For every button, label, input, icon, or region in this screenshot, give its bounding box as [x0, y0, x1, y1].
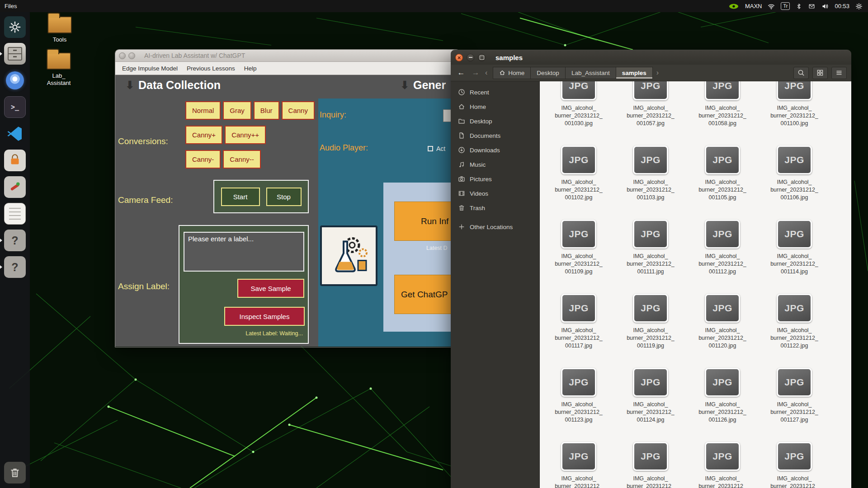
launcher-item-software[interactable] [4, 150, 26, 171]
file-item[interactable]: JPGIMG_alcohol_burner_20231212_001124.jp… [617, 368, 684, 424]
launcher-item-terminal[interactable] [4, 96, 26, 118]
wrench-icon [7, 179, 23, 195]
launcher-item-settings[interactable] [4, 16, 26, 38]
file-item[interactable]: JPGIMG_alcohol_burner_20231212_001105.jp… [689, 145, 756, 202]
run-inference-button[interactable]: Run Inf [394, 202, 460, 241]
file-item[interactable]: JPGIMG_alcohol_burner_20231212_001103.jp… [617, 145, 684, 202]
sidebar-item-home[interactable]: Home [451, 99, 539, 114]
sidebar-item-music[interactable]: Music [451, 157, 539, 172]
keyboard-layout-indicator[interactable]: Tr [781, 2, 790, 10]
sidebar-item-pictures[interactable]: Pictures [451, 172, 539, 186]
file-item[interactable]: JPGIMG_alcohol_burner_20231212_001126.jp… [689, 368, 756, 424]
canny-plus-button[interactable]: Canny+ [185, 126, 222, 144]
launcher-item-unknown-app-1[interactable] [4, 230, 26, 251]
launcher-item-text-editor[interactable] [4, 203, 26, 225]
launcher-item-drivers[interactable] [4, 176, 26, 198]
focused-app-name[interactable]: Files [5, 3, 17, 9]
canny-minus-minus-button[interactable]: Canny-- [223, 150, 260, 169]
file-item[interactable]: JPGIMG_alcohol_burner_20231212_001123.jp… [545, 368, 613, 424]
file-item[interactable]: JPGIMG_alcohol_burner_20231212_001030.jp… [545, 81, 613, 127]
path-scroll-left-icon[interactable] [484, 69, 488, 77]
file-name-label: IMG_alcohol_burner_20231212_001126.jpg [698, 401, 746, 424]
save-sample-button[interactable]: Save Sample [237, 279, 304, 298]
file-item[interactable]: JPGIMG_alcohol_burner_20231212_ [760, 442, 828, 488]
plus-icon [458, 223, 465, 230]
sidebar-item-downloads[interactable]: Downloads [451, 143, 539, 157]
nvidia-icon[interactable] [728, 3, 739, 9]
canny-button[interactable]: Canny [282, 101, 315, 120]
minimize-button[interactable] [128, 52, 135, 59]
inspect-samples-button[interactable]: Inspect Samples [224, 307, 305, 326]
path-samples-button[interactable]: samples [616, 67, 653, 79]
back-button[interactable] [455, 68, 467, 77]
file-item[interactable]: JPGIMG_alcohol_burner_20231212_ [689, 442, 756, 488]
menu-edge-impulse-model[interactable]: Edge Impulse Model [118, 63, 182, 74]
file-item[interactable]: JPGIMG_alcohol_burner_20231212_001114.jp… [760, 220, 828, 276]
session-gear-icon[interactable] [855, 3, 863, 10]
file-item[interactable]: JPGIMG_alcohol_burner_20231212_001120.jp… [689, 294, 756, 350]
start-button[interactable]: Start [221, 188, 260, 206]
file-item[interactable]: JPGIMG_alcohol_burner_20231212_001122.jp… [760, 294, 828, 350]
clock[interactable]: 00:53 [835, 3, 849, 9]
wifi-icon[interactable] [768, 3, 775, 10]
minimize-button[interactable] [467, 54, 474, 61]
blur-button[interactable]: Blur [254, 101, 279, 120]
activate-checkbox[interactable] [428, 146, 433, 151]
file-item[interactable]: JPGIMG_alcohol_burner_20231212_ [545, 442, 613, 488]
path-scroll-right-icon[interactable] [656, 69, 660, 77]
close-button[interactable] [455, 54, 463, 61]
path-home-button[interactable]: Home [493, 67, 530, 79]
normal-button[interactable]: Normal [185, 101, 221, 120]
jpg-thumbnail-icon: JPG [561, 145, 596, 174]
file-item[interactable]: JPGIMG_alcohol_burner_20231212_001057.jp… [617, 81, 684, 127]
sidebar-item-recent[interactable]: Recent [451, 85, 539, 99]
path-lab-assistant-button[interactable]: Lab_Assistant [565, 67, 616, 79]
file-item[interactable]: JPGIMG_alcohol_burner_20231212_001109.jp… [545, 220, 613, 276]
file-item[interactable]: JPGIMG_alcohol_burner_20231212_001119.jp… [617, 294, 684, 350]
label-entry-field[interactable]: Please enter a label... [184, 232, 304, 272]
desktop-icon-lab-assistant[interactable]: Lab_ Assistant [37, 48, 80, 87]
volume-icon[interactable] [821, 3, 829, 10]
canny-plus-plus-button[interactable]: Canny++ [225, 126, 266, 144]
files-titlebar[interactable]: samples [451, 50, 851, 65]
lab-titlebar[interactable]: AI-driven Lab Assistant w/ ChatGPT [115, 50, 460, 62]
file-name-label: IMG_alcohol_burner_20231212_001127.jpg [770, 401, 818, 424]
file-item[interactable]: JPGIMG_alcohol_burner_20231212_ [617, 442, 684, 488]
file-item[interactable]: JPGIMG_alcohol_burner_20231212_001112.jp… [689, 220, 756, 276]
file-item[interactable]: JPGIMG_alcohol_burner_20231212_001117.jp… [545, 294, 613, 350]
menu-help[interactable]: Help [240, 63, 261, 74]
launcher-item-unknown-app-2[interactable] [4, 256, 26, 278]
path-desktop-button[interactable]: Desktop [530, 67, 565, 79]
launcher-item-trash[interactable] [4, 462, 26, 483]
gray-button[interactable]: Gray [223, 101, 251, 120]
sidebar-item-videos[interactable]: Videos [451, 186, 539, 201]
menu-button[interactable] [831, 67, 847, 79]
files-content-area[interactable]: JPGIMG_alcohol_burner_20231212_001030.jp… [540, 81, 851, 488]
maximize-button[interactable] [478, 54, 486, 61]
sidebar-item-other-locations[interactable]: Other Locations [451, 220, 539, 234]
stop-button[interactable]: Stop [266, 188, 302, 206]
file-item[interactable]: JPGIMG_alcohol_burner_20231212_001100.jp… [760, 81, 828, 127]
desktop-icon-tools[interactable]: Tools [38, 12, 81, 43]
get-chatgpt-button[interactable]: Get ChatGP [394, 275, 460, 314]
mail-icon[interactable] [808, 3, 816, 9]
launcher-item-files[interactable] [4, 43, 26, 65]
sidebar-item-desktop[interactable]: Desktop [451, 114, 539, 128]
sidebar-item-documents[interactable]: Documents [451, 128, 539, 143]
jpg-thumbnail-icon: JPG [633, 220, 668, 249]
file-item[interactable]: JPGIMG_alcohol_burner_20231212_001127.jp… [760, 368, 828, 424]
file-item[interactable]: JPGIMG_alcohol_burner_20231212_001106.jp… [760, 145, 828, 202]
file-item[interactable]: JPGIMG_alcohol_burner_20231212_001111.jp… [617, 220, 684, 276]
launcher-item-vscode[interactable] [4, 123, 26, 145]
search-button[interactable] [793, 67, 809, 79]
forward-button[interactable] [470, 68, 481, 77]
file-item[interactable]: JPGIMG_alcohol_burner_20231212_001058.jp… [689, 81, 756, 127]
close-button[interactable] [119, 52, 126, 59]
view-toggle-button[interactable] [812, 67, 828, 79]
bluetooth-icon[interactable] [796, 3, 802, 10]
sidebar-item-trash[interactable]: Trash [451, 201, 539, 215]
file-item[interactable]: JPGIMG_alcohol_burner_20231212_001102.jp… [545, 145, 613, 202]
canny-minus-button[interactable]: Canny- [185, 150, 221, 169]
menu-previous-lessons[interactable]: Previous Lessons [183, 63, 239, 74]
launcher-item-chromium[interactable] [4, 70, 26, 91]
